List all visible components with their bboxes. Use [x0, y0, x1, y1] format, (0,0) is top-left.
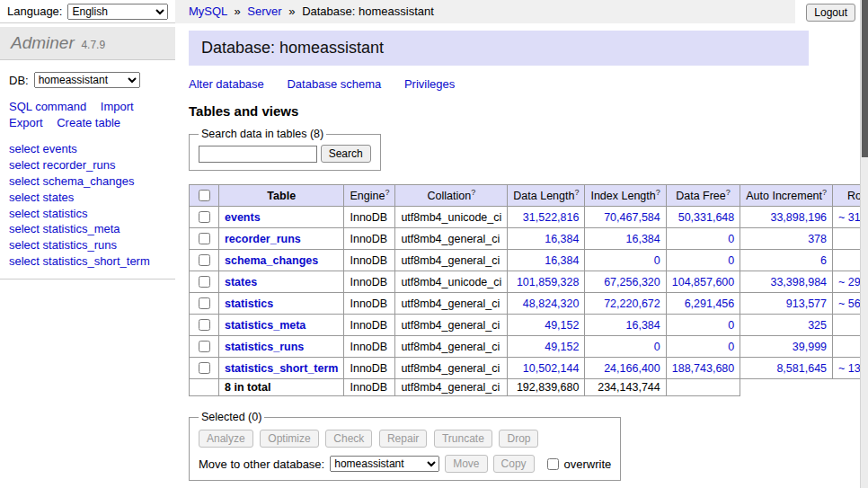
db-select[interactable]: homeassistant: [34, 72, 140, 88]
auto-increment-link[interactable]: 33,898,196: [770, 211, 827, 224]
table-link[interactable]: schema_changes: [225, 254, 318, 267]
index-length-link[interactable]: 72,220,672: [604, 297, 660, 310]
table-link[interactable]: states: [225, 276, 257, 288]
database-schema-link[interactable]: Database schema: [287, 77, 381, 91]
table-row: events InnoDB utf8mb4_unicode_ci 31,522,…: [190, 207, 868, 228]
sidebar-item-select-states[interactable]: select states: [9, 190, 166, 206]
help-icon[interactable]: ?: [822, 188, 827, 197]
data-length-link[interactable]: 49,152: [545, 341, 579, 353]
auto-increment-link[interactable]: 378: [808, 233, 827, 245]
table-link[interactable]: statistics_meta: [225, 319, 306, 332]
analyze-button[interactable]: Analyze: [199, 430, 253, 448]
data-length-link[interactable]: 48,824,320: [523, 297, 580, 310]
sidebar-link-sql-command[interactable]: SQL command: [9, 100, 86, 113]
data-free-link[interactable]: 6,291,456: [685, 297, 735, 310]
search-button[interactable]: Search: [321, 145, 371, 163]
data-length-link[interactable]: 101,859,328: [517, 276, 580, 288]
alter-database-link[interactable]: Alter database: [189, 77, 264, 91]
index-length-link[interactable]: 16,384: [626, 319, 660, 332]
index-length-link[interactable]: 70,467,584: [604, 211, 660, 224]
auto-increment-link[interactable]: 913,577: [786, 297, 827, 310]
scrollbar-thumb[interactable]: [862, 0, 868, 157]
data-free-link[interactable]: 0: [728, 341, 734, 353]
help-icon[interactable]: ?: [471, 188, 475, 197]
row-checkbox[interactable]: [199, 362, 210, 374]
table-link[interactable]: statistics_short_term: [225, 362, 338, 375]
language-select[interactable]: English: [67, 4, 168, 20]
sidebar-link-create-table[interactable]: Create table: [57, 116, 120, 129]
move-database-select[interactable]: homeassistant: [330, 456, 439, 472]
index-length-link[interactable]: 0: [654, 254, 660, 267]
collation-cell: utf8mb4_general_ci: [395, 358, 508, 379]
sidebar-item-select-recorder-runs[interactable]: select recorder_runs: [9, 157, 166, 173]
data-length-link[interactable]: 16,384: [545, 254, 579, 267]
auto-increment-link[interactable]: 6: [820, 254, 827, 267]
help-icon[interactable]: ?: [656, 188, 660, 197]
data-length-link[interactable]: 10,502,144: [523, 362, 580, 375]
breadcrumb-link-server[interactable]: Server: [247, 4, 281, 18]
data-free-link[interactable]: 50,331,648: [678, 211, 735, 224]
copy-button[interactable]: Copy: [493, 455, 535, 473]
row-checkbox[interactable]: [199, 276, 210, 288]
truncate-button[interactable]: Truncate: [434, 430, 492, 448]
data-free-link[interactable]: 0: [728, 233, 734, 245]
sidebar-link-import[interactable]: Import: [101, 100, 134, 113]
row-checkbox[interactable]: [199, 211, 210, 223]
data-free-link[interactable]: 0: [728, 319, 734, 332]
selected-legend: Selected (0): [199, 411, 264, 423]
help-icon[interactable]: ?: [574, 188, 579, 197]
breadcrumb-current: Database: homeassistant: [302, 4, 434, 18]
sidebar-item-select-statistics-short-term[interactable]: select statistics_short_term: [9, 253, 166, 270]
index-length-link[interactable]: 24,166,400: [604, 362, 660, 375]
auto-increment-link[interactable]: 325: [808, 319, 827, 332]
drop-button[interactable]: Drop: [499, 430, 538, 448]
select-all-checkbox[interactable]: [199, 190, 210, 201]
data-free-link[interactable]: 0: [728, 254, 734, 267]
row-checkbox[interactable]: [199, 233, 210, 244]
auto-increment-link[interactable]: 33,398,984: [770, 276, 827, 288]
table-link[interactable]: statistics_runs: [225, 341, 304, 353]
data-length-link[interactable]: 49,152: [545, 319, 579, 332]
index-length-link[interactable]: 0: [654, 341, 660, 353]
sidebar-item-select-events[interactable]: select events: [9, 141, 166, 157]
data-free-link[interactable]: 188,743,680: [672, 362, 735, 375]
index-length-link[interactable]: 16,384: [626, 233, 660, 245]
data-free-link[interactable]: 104,857,600: [672, 276, 735, 288]
optimize-button[interactable]: Optimize: [260, 430, 318, 448]
row-checkbox[interactable]: [199, 319, 210, 331]
help-icon[interactable]: ?: [385, 188, 389, 197]
move-button[interactable]: Move: [445, 455, 487, 473]
search-fieldset: Search data in tables (8) Search: [189, 128, 381, 171]
row-checkbox[interactable]: [199, 297, 210, 309]
col-header-data-free: Data Free?: [666, 185, 740, 207]
check-button[interactable]: Check: [325, 430, 372, 448]
overwrite-label: overwrite: [564, 457, 612, 471]
search-input[interactable]: [199, 146, 317, 163]
sidebar-item-select-statistics-meta[interactable]: select statistics_meta: [9, 221, 166, 237]
database-action-links: Alter database Database schema Privilege…: [189, 66, 809, 94]
table-link[interactable]: events: [225, 211, 261, 224]
data-length-link[interactable]: 31,522,816: [523, 211, 580, 224]
index-length-link[interactable]: 67,256,320: [604, 276, 660, 288]
logout-button[interactable]: Logout: [806, 4, 855, 22]
auto-increment-link[interactable]: 8,581,645: [776, 362, 827, 375]
row-checkbox[interactable]: [199, 341, 210, 352]
sidebar-item-select-schema-changes[interactable]: select schema_changes: [9, 173, 166, 190]
sidebar-link-export[interactable]: Export: [9, 116, 43, 129]
privileges-link[interactable]: Privileges: [404, 77, 455, 91]
data-length-link[interactable]: 16,384: [545, 233, 579, 245]
sidebar-item-select-statistics[interactable]: select statistics: [9, 206, 166, 222]
table-link[interactable]: recorder_runs: [225, 233, 301, 245]
auto-increment-link[interactable]: 39,999: [793, 341, 827, 353]
overwrite-checkbox[interactable]: [547, 458, 559, 470]
collation-cell: utf8mb4_unicode_ci: [395, 271, 508, 293]
table-link[interactable]: statistics: [225, 297, 273, 310]
help-icon[interactable]: ?: [726, 188, 731, 197]
table-row: statistics_short_term InnoDB utf8mb4_gen…: [190, 358, 868, 379]
row-checkbox[interactable]: [199, 254, 210, 266]
breadcrumb-link-mysql[interactable]: MySQL: [189, 4, 227, 18]
repair-button[interactable]: Repair: [379, 430, 427, 448]
scrollbar[interactable]: [860, 0, 868, 488]
sidebar-item-select-statistics-runs[interactable]: select statistics_runs: [9, 237, 166, 253]
col-header-engine: Engine?: [344, 185, 395, 207]
